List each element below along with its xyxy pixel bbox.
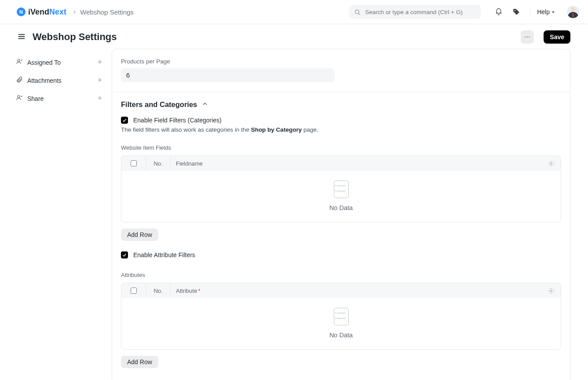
select-all-checkbox[interactable]	[131, 288, 137, 294]
logo-mark-icon: N	[17, 7, 26, 16]
sidebar-item-assigned-to[interactable]: Assigned To +	[16, 53, 104, 71]
table-header: No. Fieldname	[121, 156, 561, 171]
help-dropdown[interactable]: Help ▾	[530, 8, 555, 15]
sidebar-item-label: Attachments	[27, 77, 62, 84]
add-row-button[interactable]: Add Row	[121, 356, 158, 368]
chevron-down-icon: ▾	[552, 9, 555, 15]
section-title: Filters and Categories	[121, 100, 197, 109]
avatar[interactable]	[567, 6, 579, 18]
paperclip-icon	[16, 76, 23, 85]
table-header: No. Attribute*	[121, 283, 561, 298]
table-settings-button[interactable]	[541, 288, 561, 294]
chevron-up-icon	[201, 100, 208, 109]
add-row-button[interactable]: Add Row	[121, 229, 158, 241]
breadcrumb: › Webshop Settings	[73, 8, 134, 16]
share-icon	[16, 94, 23, 103]
column-attribute: Attribute*	[171, 283, 541, 298]
sidebar-item-attachments[interactable]: Attachments +	[16, 71, 104, 89]
notifications-icon[interactable]	[495, 8, 503, 16]
search-input[interactable]	[364, 8, 476, 16]
help-label: Help	[537, 8, 550, 15]
attributes-table: No. Attribute* No Data	[121, 283, 561, 350]
enable-attribute-filters-checkbox[interactable]	[121, 251, 128, 258]
svg-point-6	[18, 59, 20, 62]
sidebar-item-label: Share	[27, 95, 44, 102]
empty-list-icon	[334, 181, 349, 198]
breadcrumb-item[interactable]: Webshop Settings	[80, 8, 133, 16]
page-title: Webshop Settings	[33, 31, 117, 43]
add-assignee-button[interactable]: +	[96, 59, 104, 66]
menu-icon[interactable]	[17, 32, 26, 43]
svg-point-2	[515, 10, 515, 11]
enable-field-filters-checkbox[interactable]	[121, 117, 128, 124]
svg-line-1	[359, 13, 360, 15]
logo-text-part2: Next	[49, 7, 66, 16]
empty-text: No Data	[329, 204, 353, 211]
svg-point-13	[550, 290, 552, 291]
user-plus-icon	[16, 58, 23, 66]
products-per-page-input[interactable]	[121, 68, 335, 82]
website-item-fields-label: Website Item Fields	[121, 144, 561, 151]
column-no: No.	[146, 156, 171, 171]
save-button[interactable]: Save	[544, 30, 570, 44]
search-icon	[354, 9, 361, 15]
more-button[interactable]: ⋯	[521, 30, 534, 44]
table-empty-state: No Data	[121, 298, 561, 349]
tags-icon[interactable]	[512, 8, 520, 16]
svg-point-12	[550, 162, 552, 164]
field-filters-help-text: The field filters will also work as cate…	[121, 126, 561, 133]
svg-point-9	[18, 96, 20, 98]
empty-list-icon	[334, 308, 349, 325]
enable-field-filters-label: Enable Field Filters (Categories)	[133, 117, 222, 124]
attributes-label: Attributes	[121, 272, 561, 278]
form-card: Products per Page Filters and Categories…	[112, 49, 570, 380]
search-bar[interactable]	[350, 5, 481, 19]
add-attachment-button[interactable]: +	[96, 77, 104, 85]
logo-text-part1: iVend	[28, 7, 49, 16]
required-marker: *	[198, 288, 200, 294]
sidebar-item-label: Assigned To	[27, 59, 61, 66]
topbar-icons: Help ▾	[495, 6, 579, 18]
logo[interactable]: N iVendNext	[17, 7, 66, 17]
enable-attribute-filters-label: Enable Attribute Filters	[133, 251, 195, 258]
select-all-checkbox[interactable]	[131, 160, 137, 166]
table-empty-state: No Data	[121, 171, 561, 222]
empty-text: No Data	[329, 332, 353, 339]
sidebar: Assigned To + Attachments + Share +	[16, 49, 104, 107]
page-header: Webshop Settings ⋯ Save	[0, 24, 588, 44]
table-settings-button[interactable]	[541, 160, 561, 167]
field-label: Products per Page	[121, 58, 561, 65]
chevron-right-icon: ›	[73, 8, 76, 16]
add-share-button[interactable]: +	[96, 95, 104, 103]
layout: Assigned To + Attachments + Share +	[0, 44, 588, 380]
column-fieldname: Fieldname	[171, 156, 541, 171]
website-item-fields-table: No. Fieldname No Data	[121, 155, 561, 222]
column-no: No.	[146, 283, 171, 298]
section-header[interactable]: Filters and Categories	[121, 100, 561, 109]
sidebar-item-share[interactable]: Share +	[16, 89, 104, 107]
topbar: N iVendNext › Webshop Settings Help ▾	[0, 0, 588, 24]
